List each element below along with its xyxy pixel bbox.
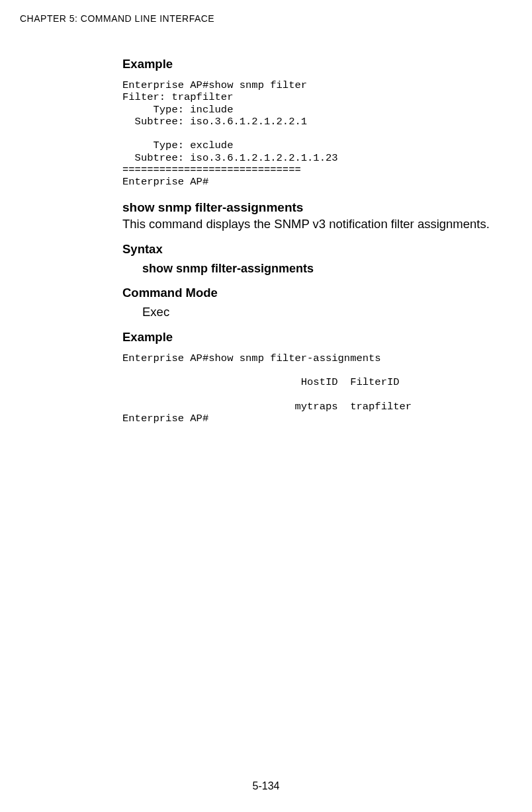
- code-block-1: Enterprise AP#show snmp filter Filter: t…: [122, 79, 506, 188]
- syntax-command: show snmp filter-assignments: [142, 261, 506, 276]
- command-mode-value: Exec: [142, 304, 506, 321]
- command-description: This command displays the SNMP v3 notifi…: [122, 216, 506, 233]
- page-number: 5-134: [0, 780, 532, 792]
- syntax-heading: Syntax: [122, 242, 506, 257]
- command-mode-heading: Command Mode: [122, 286, 506, 300]
- command-heading: show snmp filter-assignments: [122, 200, 506, 215]
- page-content: Example Enterprise AP#show snmp filter F…: [122, 57, 506, 425]
- running-header: CHAPTER 5: COMMAND LINE INTERFACE: [20, 13, 512, 24]
- example-heading-2: Example: [122, 330, 506, 345]
- example-heading-1: Example: [122, 57, 506, 71]
- code-block-2: Enterprise AP#show snmp filter-assignmen…: [122, 352, 506, 425]
